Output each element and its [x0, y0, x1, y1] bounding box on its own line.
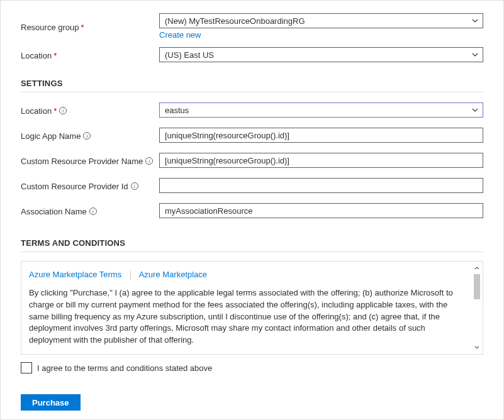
crp-name-input[interactable]: [uniqueString(resourceGroup().id)] [159, 153, 483, 168]
info-icon[interactable]: i [145, 157, 153, 165]
terms-scrollbar[interactable] [473, 264, 481, 351]
info-icon[interactable]: i [83, 132, 91, 140]
location-top-row: Location * (US) East US [21, 46, 483, 64]
logic-app-name-value: [uniqueString(resourceGroup().id)] [165, 131, 289, 140]
resource-group-label: Resource group * [21, 21, 159, 32]
association-name-value: myAssociationResource [165, 206, 252, 216]
logic-app-name-label-text: Logic App Name [21, 131, 81, 141]
purchase-button[interactable]: Purchase [21, 394, 81, 411]
required-asterisk: * [53, 106, 57, 116]
crp-name-label-text: Custom Resource Provider Name [21, 157, 143, 166]
required-asterisk: * [81, 23, 84, 32]
crp-id-label: Custom Resource Provider Id i [21, 180, 159, 191]
crp-name-label: Custom Resource Provider Name i [21, 155, 159, 166]
location-settings-value: eastus [165, 106, 189, 115]
association-name-label: Association Name i [21, 206, 159, 216]
location-top-label: Location * [21, 50, 159, 60]
settings-heading: SETTINGS [21, 79, 483, 88]
agree-checkbox[interactable] [21, 362, 32, 373]
chevron-down-icon [471, 51, 479, 58]
agree-label: I agree to the terms and conditions stat… [37, 363, 212, 373]
crp-name-row: Custom Resource Provider Name i [uniqueS… [21, 152, 483, 169]
required-asterisk: * [53, 51, 57, 60]
terms-body-text: By clicking "Purchase," I (a) agree to t… [29, 287, 465, 346]
location-settings-label-text: Location [21, 106, 52, 116]
logic-app-name-input[interactable]: [uniqueString(resourceGroup().id)] [159, 128, 483, 143]
chevron-down-icon [471, 17, 479, 25]
crp-id-input[interactable] [159, 178, 483, 193]
terms-box: Azure Marketplace Terms Azure Marketplac… [21, 261, 483, 355]
terms-links: Azure Marketplace Terms Azure Marketplac… [29, 269, 465, 281]
location-settings-row: Location * i eastus [21, 101, 483, 119]
azure-marketplace-link[interactable]: Azure Marketplace [139, 270, 207, 279]
terms-divider [21, 251, 483, 252]
scrollbar-thumb[interactable] [474, 274, 480, 299]
agree-row: I agree to the terms and conditions stat… [21, 362, 483, 373]
association-name-row: Association Name i myAssociationResource [21, 202, 483, 219]
scroll-up-icon[interactable] [473, 264, 481, 273]
info-icon[interactable]: i [59, 107, 67, 114]
resource-group-dropdown[interactable]: (New) MyTestResourceOnboardingRG [159, 13, 483, 28]
terms-heading: TERMS AND CONDITIONS [21, 238, 483, 248]
resource-group-row: Resource group * (New) MyTestResourceOnb… [21, 13, 483, 40]
location-top-dropdown[interactable]: (US) East US [159, 47, 483, 62]
info-icon[interactable]: i [89, 207, 97, 215]
info-icon[interactable]: i [131, 182, 138, 190]
crp-id-row: Custom Resource Provider Id i [21, 177, 483, 194]
resource-group-value: (New) MyTestResourceOnboardingRG [165, 16, 305, 26]
azure-marketplace-terms-link[interactable]: Azure Marketplace Terms [29, 270, 121, 279]
link-separator [130, 271, 131, 280]
crp-name-value: [uniqueString(resourceGroup().id)] [165, 156, 289, 165]
resource-group-label-text: Resource group [21, 23, 79, 32]
location-settings-dropdown[interactable]: eastus [159, 102, 483, 118]
crp-id-label-text: Custom Resource Provider Id [21, 182, 128, 191]
terms-content: Azure Marketplace Terms Azure Marketplac… [21, 262, 483, 354]
chevron-down-icon [471, 106, 479, 114]
location-top-value: (US) East US [165, 50, 214, 60]
logic-app-name-row: Logic App Name i [uniqueString(resourceG… [21, 126, 483, 144]
scroll-down-icon[interactable] [473, 343, 481, 351]
logic-app-name-label: Logic App Name i [21, 130, 159, 141]
settings-divider [21, 92, 483, 92]
association-name-input[interactable]: myAssociationResource [159, 203, 483, 218]
create-new-link[interactable]: Create new [159, 30, 201, 40]
location-settings-label: Location * i [21, 105, 159, 116]
deployment-form: Resource group * (New) MyTestResourceOnb… [0, 0, 504, 420]
location-top-label-text: Location [21, 51, 52, 60]
association-name-label-text: Association Name [21, 207, 87, 216]
